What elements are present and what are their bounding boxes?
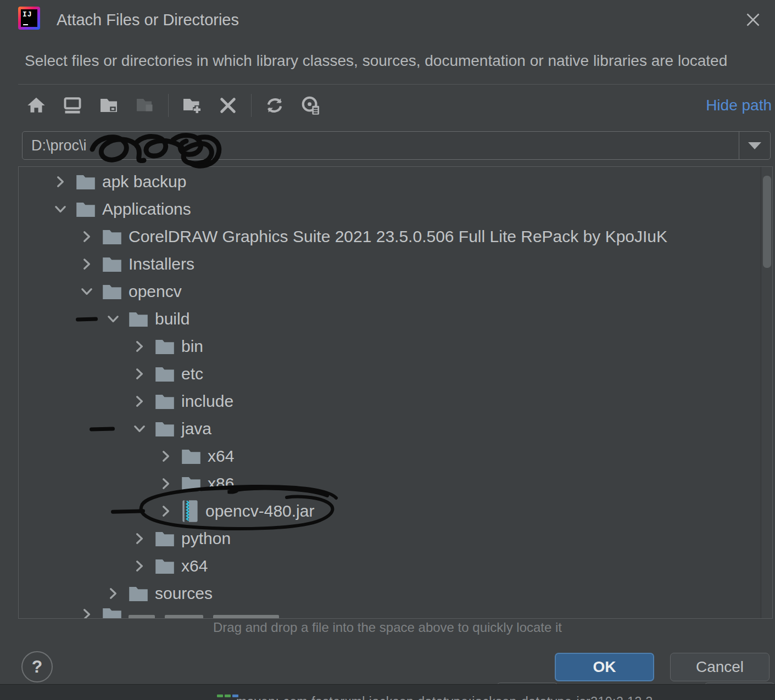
tree-toggle[interactable] bbox=[80, 284, 94, 299]
toolbar-separator bbox=[251, 94, 252, 117]
tree-row-label: bin bbox=[181, 337, 203, 356]
chevron-right-icon bbox=[133, 559, 146, 573]
tree-row[interactable]: x64 bbox=[19, 443, 760, 470]
tree-row-label: java bbox=[181, 419, 211, 438]
ink-dash-annotation bbox=[111, 509, 145, 514]
folder-icon bbox=[103, 607, 121, 619]
tree-toggle[interactable] bbox=[132, 394, 147, 408]
dialog-title: Attach Files or Directories bbox=[57, 11, 239, 29]
chevron-down-icon bbox=[748, 142, 761, 149]
chevron-right-icon bbox=[159, 505, 172, 518]
tree-toggle[interactable] bbox=[132, 531, 147, 546]
tree-row[interactable]: java bbox=[19, 415, 760, 443]
folder-icon bbox=[103, 229, 121, 244]
folder-icon bbox=[103, 256, 121, 272]
tree-row-label: CorelDRAW Graphics Suite 2021 23.5.0.506… bbox=[129, 227, 667, 246]
tree-toggle[interactable] bbox=[80, 257, 94, 271]
refresh-icon[interactable] bbox=[260, 92, 289, 119]
path-combobox bbox=[22, 131, 771, 160]
folder-icon bbox=[76, 174, 95, 189]
project-folder-icon[interactable] bbox=[94, 92, 123, 119]
tree-toggle[interactable] bbox=[132, 422, 147, 436]
tree-row-label: opencv bbox=[129, 282, 182, 301]
scrollbar-thumb[interactable] bbox=[763, 176, 771, 268]
cancel-button[interactable]: Cancel bbox=[670, 653, 770, 681]
tree-row-label: apk backup bbox=[102, 172, 186, 191]
tree-row[interactable]: Installers bbox=[19, 250, 760, 278]
header-divider bbox=[18, 84, 775, 85]
new-folder-icon[interactable] bbox=[177, 92, 206, 119]
delete-icon[interactable] bbox=[214, 92, 242, 119]
folder-icon bbox=[155, 531, 174, 546]
tree-scrollbar[interactable] bbox=[761, 167, 772, 618]
folder-icon bbox=[155, 339, 174, 354]
chevron-right-icon bbox=[159, 450, 172, 463]
tree-row-label: etc bbox=[181, 365, 203, 383]
folder-icon bbox=[155, 421, 174, 436]
tree-row-label: x86 bbox=[208, 474, 234, 493]
home-icon[interactable] bbox=[22, 92, 51, 119]
tree-row[interactable]: include bbox=[19, 388, 760, 415]
tree-row-label: x64 bbox=[208, 447, 234, 466]
tree-toggle[interactable] bbox=[53, 175, 68, 189]
chevron-down-icon bbox=[107, 312, 120, 326]
help-button[interactable]: ? bbox=[21, 651, 53, 682]
tree-toggle[interactable] bbox=[159, 504, 173, 518]
chevron-right-icon bbox=[80, 257, 93, 271]
clipped-label bbox=[213, 615, 279, 619]
tree-toggle[interactable] bbox=[132, 559, 147, 573]
tree-row[interactable]: apk backup bbox=[19, 168, 760, 195]
maven-library-icon bbox=[217, 695, 238, 697]
folder-icon bbox=[182, 449, 200, 464]
tree-toggle[interactable] bbox=[53, 202, 68, 216]
clipped-label bbox=[165, 615, 203, 619]
tree-row[interactable]: opencv-480.jar bbox=[19, 497, 760, 525]
attach-files-dialog: IJ Attach Files or Directories Select fi… bbox=[0, 0, 775, 700]
tree-row[interactable]: build bbox=[19, 305, 760, 333]
tree-row[interactable]: x86 bbox=[19, 470, 760, 497]
file-chooser-toolbar bbox=[22, 91, 333, 120]
tree-row[interactable]: x64 bbox=[19, 552, 760, 580]
chevron-right-icon bbox=[133, 367, 146, 380]
tree-toggle[interactable] bbox=[159, 477, 173, 491]
tree-row[interactable]: python bbox=[19, 525, 760, 552]
tree-toggle[interactable] bbox=[106, 312, 120, 326]
path-input[interactable] bbox=[23, 132, 739, 159]
folder-icon bbox=[129, 311, 148, 327]
tree-row[interactable]: opencv bbox=[19, 278, 760, 305]
tree-toggle[interactable] bbox=[80, 607, 94, 619]
file-tree: apk backupApplicationsCorelDRAW Graphics… bbox=[19, 168, 760, 619]
tree-row[interactable] bbox=[19, 607, 760, 619]
tree-row[interactable]: etc bbox=[19, 360, 760, 388]
tree-row-label: x64 bbox=[181, 557, 208, 575]
folder-icon bbox=[76, 201, 95, 217]
tree-toggle[interactable] bbox=[80, 229, 94, 244]
desktop-icon[interactable] bbox=[58, 92, 87, 119]
tree-row[interactable]: bin bbox=[19, 333, 760, 360]
tree-row[interactable]: sources bbox=[19, 580, 760, 607]
chevron-down-icon bbox=[80, 285, 93, 298]
tree-toggle[interactable] bbox=[132, 339, 147, 354]
tree-toggle[interactable] bbox=[132, 367, 147, 381]
path-dropdown-button[interactable] bbox=[739, 132, 770, 159]
dialog-subtitle: Select files or directories in which lib… bbox=[25, 52, 727, 70]
tree-toggle[interactable] bbox=[106, 586, 120, 601]
chevron-right-icon bbox=[133, 340, 146, 353]
hide-path-link[interactable]: Hide path bbox=[706, 97, 772, 114]
tree-row[interactable]: Applications bbox=[19, 195, 760, 223]
tree-row[interactable]: CorelDRAW Graphics Suite 2021 23.5.0.506… bbox=[19, 223, 760, 250]
chevron-right-icon bbox=[159, 477, 172, 490]
folder-icon bbox=[155, 558, 174, 574]
tree-row-label: build bbox=[155, 310, 189, 328]
chevron-right-icon bbox=[107, 587, 120, 600]
ok-button[interactable]: OK bbox=[555, 653, 654, 681]
show-hidden-files-icon[interactable] bbox=[297, 92, 325, 119]
tree-row-label: opencv-480.jar bbox=[205, 502, 314, 520]
file-tree-panel: apk backupApplicationsCorelDRAW Graphics… bbox=[18, 166, 773, 619]
tree-row-label: sources bbox=[155, 584, 213, 603]
tree-toggle[interactable] bbox=[159, 449, 173, 463]
close-icon[interactable] bbox=[741, 8, 765, 32]
folder-icon bbox=[155, 366, 174, 382]
tree-row-label: Installers bbox=[129, 255, 194, 273]
chevron-right-icon bbox=[133, 532, 146, 545]
